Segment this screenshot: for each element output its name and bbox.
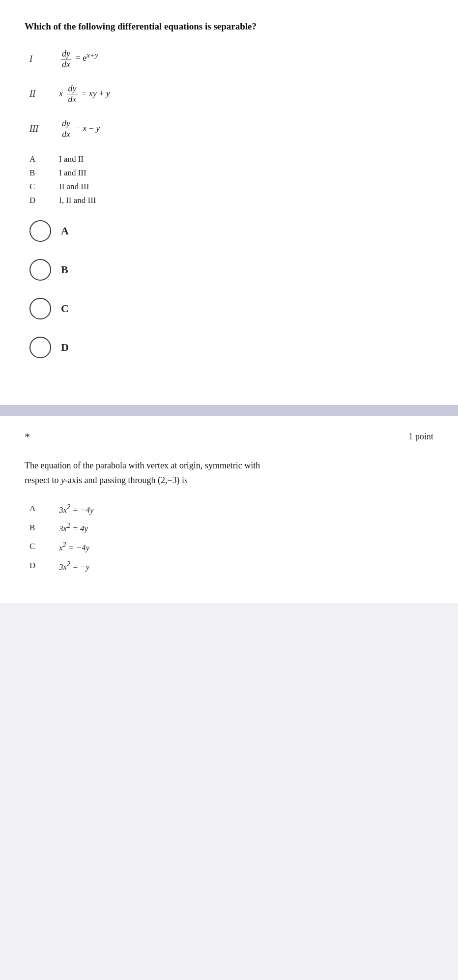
radio-label-C: C bbox=[61, 302, 69, 315]
option-text-B: I and III bbox=[59, 168, 433, 178]
option2-text-D: 3x2 = −y bbox=[59, 560, 89, 572]
equations-section: I dy dx = ex+y II x dy dx = xy + y bbox=[25, 49, 433, 140]
equation-label-3: III bbox=[29, 124, 59, 134]
question-2-line1: The equation of the parabola with vertex… bbox=[25, 461, 260, 470]
equation-label-2: II bbox=[29, 89, 59, 99]
radio-label-B: B bbox=[61, 263, 68, 276]
denominator-2: dx bbox=[67, 94, 78, 105]
option-text-C: II and III bbox=[59, 182, 433, 192]
equation-content-1: dy dx = ex+y bbox=[59, 49, 98, 70]
numerator-1: dy bbox=[61, 49, 71, 59]
points-label: 1 point bbox=[408, 432, 433, 442]
radio-circle-D[interactable] bbox=[29, 337, 51, 358]
fraction-dy-dx-1: dy dx bbox=[61, 49, 71, 70]
question-2-card: * 1 point The equation of the parabola w… bbox=[0, 416, 458, 604]
option2-text-A: 3x2 = −4y bbox=[59, 503, 94, 515]
question-2-text: The equation of the parabola with vertex… bbox=[25, 458, 433, 488]
option2-text-C: x2 = −4y bbox=[59, 541, 89, 553]
option-letter-D: D bbox=[29, 196, 59, 205]
option2-row-A: A 3x2 = −4y bbox=[29, 503, 433, 515]
option-letter-A: A bbox=[29, 154, 59, 164]
fraction-dy-dx-3: dy dx bbox=[61, 118, 71, 140]
denominator-3: dx bbox=[61, 129, 71, 140]
option2-letter-D: D bbox=[29, 561, 59, 571]
numerator-3: dy bbox=[61, 118, 71, 129]
option-row-C: C II and III bbox=[29, 182, 433, 192]
question-1-text: Which of the following differential equa… bbox=[25, 20, 433, 34]
radio-circle-A[interactable] bbox=[29, 220, 51, 242]
option2-row-B: B 3x2 = 4y bbox=[29, 521, 433, 534]
equation-row-3: III dy dx = x − y bbox=[29, 118, 433, 140]
options-table-1: A I and II B I and III C II and III D I,… bbox=[25, 154, 433, 205]
option2-letter-B: B bbox=[29, 523, 59, 533]
option-letter-B: B bbox=[29, 168, 59, 178]
radio-label-D: D bbox=[61, 341, 69, 354]
equation-content-3: dy dx = x − y bbox=[59, 118, 100, 140]
option-text-A: I and II bbox=[59, 154, 433, 164]
equation-content-2: x dy dx = xy + y bbox=[59, 84, 110, 105]
radio-circle-C[interactable] bbox=[29, 298, 51, 319]
option-letter-C: C bbox=[29, 182, 59, 192]
radio-row-C[interactable]: C bbox=[29, 298, 433, 319]
equation-row-2: II x dy dx = xy + y bbox=[29, 84, 433, 105]
option-row-B: B I and III bbox=[29, 168, 433, 178]
radio-row-B[interactable]: B bbox=[29, 259, 433, 281]
equation-row-1: I dy dx = ex+y bbox=[29, 49, 433, 70]
option2-letter-C: C bbox=[29, 542, 59, 551]
options-table-2: A 3x2 = −4y B 3x2 = 4y C x2 = −4y D 3x2 … bbox=[25, 503, 433, 572]
eq2-rest: = xy + y bbox=[82, 88, 110, 98]
eq3-rest: = x − y bbox=[76, 123, 100, 133]
option2-row-D: D 3x2 = −y bbox=[29, 560, 433, 572]
equation-label-1: I bbox=[29, 54, 59, 64]
numerator-2: dy bbox=[67, 84, 78, 94]
radio-section: A B C D bbox=[25, 220, 433, 358]
option2-text-B: 3x2 = 4y bbox=[59, 521, 88, 534]
option2-letter-A: A bbox=[29, 504, 59, 514]
section-separator bbox=[0, 408, 458, 416]
eq1-exp: x+y bbox=[86, 51, 98, 59]
denominator-1: dx bbox=[61, 59, 71, 70]
radio-label-A: A bbox=[61, 225, 69, 237]
option2-row-C: C x2 = −4y bbox=[29, 541, 433, 553]
question-2-line2: respect to y-axis and passing through (2… bbox=[25, 475, 188, 485]
fraction-dy-dx-2: dy dx bbox=[67, 84, 78, 105]
radio-row-D[interactable]: D bbox=[29, 337, 433, 358]
option-row-A: A I and II bbox=[29, 154, 433, 164]
radio-circle-B[interactable] bbox=[29, 259, 51, 281]
eq1-equals: = ex+y bbox=[76, 53, 98, 63]
required-asterisk: * bbox=[25, 431, 30, 443]
question-1-card: Which of the following differential equa… bbox=[0, 0, 458, 408]
option-text-D: I, II and III bbox=[59, 196, 433, 205]
radio-row-A[interactable]: A bbox=[29, 220, 433, 242]
points-row: * 1 point bbox=[25, 431, 433, 443]
option-row-D: D I, II and III bbox=[29, 196, 433, 205]
